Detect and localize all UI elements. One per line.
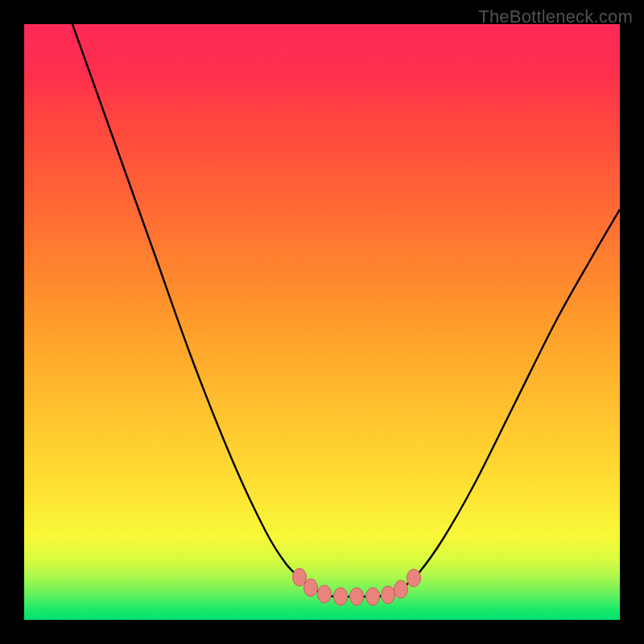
- bottleneck-curve: [72, 24, 620, 597]
- curve-marker: [318, 585, 332, 603]
- curve-marker: [334, 588, 348, 605]
- curve-marker: [366, 588, 380, 605]
- curve-marker: [304, 579, 318, 597]
- curve-marker: [394, 580, 408, 598]
- plot-area: [24, 24, 620, 620]
- curve-marker: [293, 568, 307, 586]
- curve-marker: [407, 569, 421, 587]
- curve-layer: [24, 24, 620, 620]
- curve-marker: [382, 586, 395, 604]
- marker-group: [293, 568, 421, 605]
- watermark-label: TheBottleneck.com: [478, 6, 633, 27]
- curve-marker: [350, 588, 364, 605]
